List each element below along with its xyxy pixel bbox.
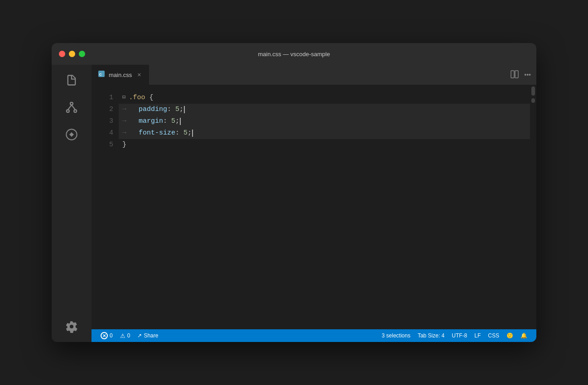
warning-count: 0	[127, 332, 130, 339]
css-semi-3: ;	[175, 116, 179, 127]
vscode-window: main.css — vscode-sample	[52, 43, 536, 342]
css-colon-4: :	[175, 128, 183, 139]
indent-arrow-3: →	[122, 116, 139, 127]
tab-size-label: Tab Size: 4	[418, 332, 444, 339]
css-brace: {	[145, 92, 153, 103]
code-line-3: → margin : 5 ;	[119, 116, 530, 127]
tab-actions: •••	[511, 70, 531, 80]
feedback-icon: 🙂	[506, 332, 513, 339]
activity-bar	[52, 65, 92, 342]
line-numbers: 1 2 3 4 5	[92, 85, 119, 329]
share-label: Share	[144, 332, 158, 339]
titlebar: main.css — vscode-sample	[52, 43, 536, 65]
svg-point-0	[70, 102, 73, 105]
code-line-5: }	[119, 139, 530, 151]
editor-area: C main.css × •••	[92, 65, 536, 342]
encoding-label: UTF-8	[452, 332, 467, 339]
css-value-padding: 5	[175, 104, 179, 115]
source-control-icon	[65, 101, 78, 114]
scrollbar-thumb-mid[interactable]	[531, 98, 535, 103]
svg-point-8	[70, 133, 73, 136]
line-ending-label: LF	[474, 332, 481, 339]
line-number-5: 5	[92, 139, 113, 151]
files-icon	[65, 74, 78, 87]
close-button[interactable]	[59, 51, 65, 57]
status-selections[interactable]: 3 selections	[378, 329, 414, 342]
split-editor-button[interactable]	[511, 70, 519, 80]
minimize-button[interactable]	[69, 51, 75, 57]
status-bar: ✕ 0 ⚠ 0 ↗ Share 3 selections Tab Size: 4	[92, 329, 536, 342]
status-errors[interactable]: ✕ 0	[97, 329, 116, 342]
status-language[interactable]: CSS	[484, 329, 503, 342]
css-property-padding: padding	[139, 104, 167, 115]
more-actions-button[interactable]: •••	[524, 71, 531, 78]
code-editor[interactable]: ⊟ .foo { → padding : 5 ;	[119, 85, 530, 329]
css-property-fontsize: font-size	[139, 128, 175, 139]
warning-icon: ⚠	[120, 332, 125, 339]
svg-point-2	[74, 110, 77, 112]
line-number-4: 4	[92, 127, 113, 139]
css-semi-2: ;	[179, 104, 183, 115]
css-colon-3: :	[163, 116, 171, 127]
error-count: 0	[110, 332, 113, 339]
tab-main-css[interactable]: C main.css ×	[92, 65, 149, 85]
main-body: C main.css × •••	[52, 65, 536, 342]
code-line-1: ⊟ .foo {	[119, 92, 530, 104]
svg-rect-12	[515, 71, 518, 78]
status-encoding[interactable]: UTF-8	[448, 329, 471, 342]
selections-label: 3 selections	[382, 332, 410, 339]
split-icon	[511, 70, 519, 78]
line-number-3: 3	[92, 116, 113, 127]
svg-point-1	[67, 110, 69, 112]
status-notifications[interactable]: 🔔	[517, 329, 531, 342]
line-number-2: 2	[92, 104, 113, 116]
status-feedback[interactable]: 🙂	[503, 329, 517, 342]
line-number-1: 1	[92, 92, 113, 104]
svg-rect-11	[511, 71, 514, 78]
svg-line-3	[68, 105, 72, 110]
svg-line-4	[72, 105, 75, 110]
sidebar-item-source-control[interactable]	[60, 96, 83, 119]
svg-text:C: C	[99, 72, 102, 77]
css-colon-2: :	[167, 104, 175, 115]
code-line-2: → padding : 5 ;	[119, 104, 530, 116]
code-line-4: → font-size : 5 ;	[119, 127, 530, 139]
sidebar-item-extensions[interactable]	[60, 123, 83, 146]
cursor-line-2	[184, 106, 185, 113]
scrollbar-thumb-top[interactable]	[531, 87, 535, 96]
sidebar-item-files[interactable]	[60, 68, 83, 92]
status-share[interactable]: ↗ Share	[134, 329, 162, 342]
css-property-margin: margin	[139, 116, 163, 127]
status-tab-size[interactable]: Tab Size: 4	[414, 329, 448, 342]
bell-icon: 🔔	[521, 332, 527, 339]
cursor-line-4	[192, 130, 193, 137]
vertical-scrollbar[interactable]	[530, 85, 536, 329]
fold-icon[interactable]: ⊟	[122, 93, 129, 102]
css-selector: .foo	[129, 92, 145, 103]
css-close-brace: }	[122, 140, 126, 150]
cursor-line-3	[180, 118, 181, 125]
css-icon: C	[98, 70, 105, 77]
settings-icon	[65, 320, 78, 333]
tab-close-button[interactable]: ×	[135, 70, 143, 79]
sidebar-item-settings[interactable]	[60, 315, 83, 338]
maximize-button[interactable]	[79, 51, 85, 57]
status-warnings[interactable]: ⚠ 0	[116, 329, 134, 342]
indent-arrow-4: →	[122, 128, 139, 139]
share-icon: ↗	[137, 332, 142, 339]
editor-content[interactable]: 1 2 3 4 5 ⊟ .foo { →	[92, 85, 536, 329]
extensions-icon	[65, 128, 78, 141]
language-label: CSS	[488, 332, 499, 339]
tab-bar: C main.css × •••	[92, 65, 536, 85]
css-value-fontsize: 5	[183, 128, 188, 139]
tab-label: main.css	[109, 72, 132, 78]
window-title: main.css — vscode-sample	[258, 51, 330, 58]
css-value-margin: 5	[171, 116, 175, 127]
indent-arrow-2: →	[122, 104, 139, 115]
css-semi-4: ;	[188, 128, 192, 139]
status-line-ending[interactable]: LF	[471, 329, 484, 342]
css-file-icon: C	[98, 70, 105, 79]
error-icon: ✕	[101, 332, 108, 339]
window-controls	[59, 51, 85, 57]
